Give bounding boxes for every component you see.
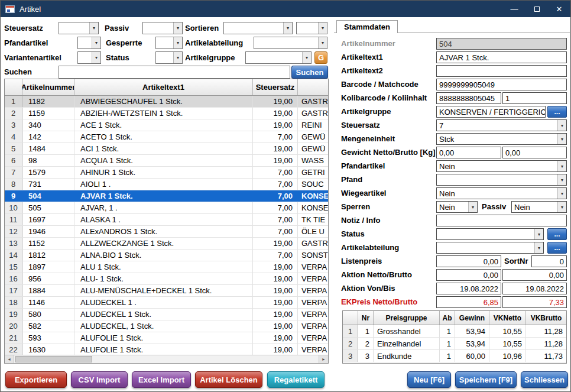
table-row[interactable]: 51484ACI 1 Stck.19,00GEWÜ (5, 143, 328, 155)
cell-artikelnummer: 505 (22, 202, 74, 213)
artikelgruppe-g-button[interactable]: G (314, 51, 327, 64)
listenpreis-field[interactable]: 0,00 (436, 255, 501, 267)
chevron-down-icon: ▾ (173, 22, 182, 34)
pfandartikel-filter-select[interactable]: ▾ (77, 37, 101, 49)
table-row[interactable]: 71579AHINUR 1 Stck.7,00GETRI (5, 167, 328, 179)
search-input[interactable] (59, 66, 290, 79)
sortieren-filter-select[interactable]: ▾ (223, 22, 293, 34)
variantenartikel-filter-select[interactable]: ▾ (77, 51, 101, 64)
excel-import-button[interactable]: Excel Import (132, 371, 191, 388)
table-row[interactable]: 121946ALExANDROS 1 Stck.7,00ÖLE U (5, 226, 328, 238)
table-row[interactable]: 3340ACE 1 Stck.19,00REINI (5, 119, 328, 131)
table-row[interactable]: 181146ALUDECKEL 1 .19,00VERPA (5, 297, 328, 309)
scroll-right-button[interactable]: ► (319, 355, 328, 363)
price-header-nr: Nr (358, 311, 374, 325)
status-browse-button[interactable]: ... (547, 228, 567, 240)
sortnr-field[interactable]: 0 (531, 255, 567, 267)
table-row[interactable]: 10505AJVAR, 1 .7,00KONSE (5, 202, 328, 214)
table-row[interactable]: 221630ALUFOLIE 1 Stck.19,00VERPA (5, 344, 328, 355)
table-row[interactable]: 141812ALNA.BIO 1 Stck.7,00SONST (5, 250, 328, 261)
header-artikelnummer[interactable]: Artikelnummer (22, 79, 74, 95)
cell-artikelnummer: 582 (22, 320, 74, 332)
scrollbar-thumb[interactable] (15, 356, 92, 362)
sperren-select[interactable]: Nein▾ (436, 201, 478, 213)
artikeltext2-field[interactable] (436, 65, 567, 77)
artikelgruppe-browse-button[interactable]: ... (547, 106, 567, 118)
minimize-button[interactable]: — (503, 1, 525, 17)
search-button[interactable]: Suchen (291, 66, 328, 79)
price-table-row[interactable]: 11Grosshandel153,9410,5511,28 (343, 325, 566, 338)
pfand-select[interactable]: ▾ (436, 174, 567, 186)
koliinhalt-field[interactable]: 1 (502, 92, 567, 104)
table-row[interactable]: 171884ALU-MENÜSCHALE+DECKEL 1 Stck.19,00… (5, 285, 328, 297)
row-number: 18 (5, 297, 22, 308)
artikelgruppe-filter-select[interactable]: ▾ (245, 51, 312, 64)
table-row[interactable]: 111697ALASKA 1 .7,00TK TIE (5, 214, 328, 226)
aktion-von-bis-label: Aktion Von/Bis (341, 283, 395, 294)
table-row[interactable]: 11182ABWIEGESCHAUFEL 1 Stck.19,00GASTR (5, 96, 328, 108)
passiv-filter-select[interactable]: ▾ (142, 22, 183, 34)
table-row[interactable]: 8731AIOLI 1 .7,00SOUC (5, 179, 328, 190)
scrollbar-track[interactable] (14, 355, 319, 363)
table-row[interactable]: 151897ALU 1 Stck.19,00VERPA (5, 261, 328, 273)
gewicht-brutto-field[interactable]: 0,00 (502, 147, 567, 158)
horizontal-scrollbar[interactable]: ◄ ► (5, 355, 328, 363)
header-artikeltext1[interactable]: Artikeltext1 (74, 79, 253, 95)
close-button[interactable]: ✕ (548, 1, 570, 17)
table-row[interactable]: 4142ACETO 1 Stck.7,00GEWÜ (5, 131, 328, 143)
kolibarcode-field[interactable]: 8888888805045 (436, 92, 501, 104)
cell-steuersatz: 7,00 (253, 179, 298, 190)
steuersatz-select[interactable]: 7▾ (436, 119, 567, 131)
gewicht-netto-field[interactable]: 0,00 (436, 147, 501, 158)
aktion-von-field[interactable]: 19.08.2022 (436, 283, 501, 294)
tab-stammdaten[interactable]: Stammdaten (336, 20, 398, 33)
artikeltext1-field[interactable]: AJVAR 1 Stck. (436, 51, 567, 63)
table-row[interactable]: 16956ALU- 1 Stck.19,00VERPA (5, 273, 328, 285)
row-number: 12 (5, 226, 22, 237)
status-select[interactable]: ▾ (436, 228, 544, 240)
table-row[interactable]: 21159ABZIEH-/WETZSTEIN 1 Stck.19,00GASTR (5, 108, 328, 119)
artikelgruppe-field[interactable]: KONSERVEN / FERTIGGERICHTE (436, 106, 546, 118)
article-table-header: Artikelnummer Artikeltext1 Steuersatz (5, 79, 328, 96)
price-table-row[interactable]: 33Endkunde160,0010,9611,73 (343, 350, 566, 362)
status-filter-select[interactable]: ▾ (155, 51, 183, 64)
table-row[interactable]: 21593ALUFOLIE 1 Stck.19,00VERPA (5, 332, 328, 344)
header-steuersatz[interactable]: Steuersatz (253, 79, 298, 95)
status-filter-label: Status (106, 51, 129, 64)
table-row[interactable]: 131152ALLZWECKZANGE 1 Stck.19,00GASTR (5, 238, 328, 250)
maximize-button[interactable] (525, 1, 548, 17)
speichern-button[interactable]: Speichern [F9] (455, 371, 517, 388)
pfandartikel-select[interactable]: Nein▾ (436, 160, 567, 172)
regaletikett-button[interactable]: Regaletikett (267, 371, 325, 388)
wiegeartikel-select[interactable]: Nein▾ (436, 187, 567, 199)
header-artikelgruppe[interactable] (298, 79, 328, 95)
passiv-select[interactable]: Nein▾ (511, 201, 567, 213)
neu-button[interactable]: Neu [F6] (407, 371, 451, 388)
aktion-netto-field[interactable]: 0,00 (436, 269, 501, 281)
gesperrte-filter-select[interactable]: ▾ (155, 37, 183, 49)
artikelabteilung-browse-button[interactable]: ... (547, 242, 567, 254)
sortieren-direction-select[interactable]: ▾ (296, 22, 327, 34)
aktion-bis-field[interactable]: 19.08.2022 (502, 283, 567, 294)
scroll-left-button[interactable]: ◄ (5, 355, 14, 363)
schliessen-button[interactable]: Schliessen (521, 371, 568, 388)
exportieren-button[interactable]: Exportieren (5, 371, 67, 388)
barcode-field[interactable]: 9999999905049 (436, 79, 567, 90)
ekpreis-netto-field[interactable]: 6,85 (436, 296, 501, 308)
ekpreis-brutto-field[interactable]: 7,33 (502, 296, 567, 308)
csv-import-button[interactable]: CSV Import (71, 371, 128, 388)
table-row[interactable]: 9504AJVAR 1 Stck.7,00KONSE (5, 190, 328, 202)
notiz-field[interactable] (436, 215, 567, 226)
steuersatz-filter-select[interactable]: ▾ (59, 22, 99, 34)
aktion-brutto-field[interactable]: 0,00 (502, 269, 567, 281)
table-row[interactable]: 698ACQUA 1 Stck.19,00WASS (5, 155, 328, 167)
artikel-loeschen-button[interactable]: Artikel Löschen (195, 371, 262, 388)
table-row[interactable]: 19580ALUDECKEL 1 Stck.19,00VERPA (5, 309, 328, 320)
price-table-row[interactable]: 22Einzelhandel153,9410,5511,28 (343, 338, 566, 350)
mengeneinheit-select[interactable]: Stck▾ (436, 133, 567, 145)
artikelabteilung-select[interactable]: ▾ (436, 242, 544, 254)
artikelabteilung-filter-select[interactable]: ▾ (254, 37, 327, 49)
cell-artikeltext1: ALU- 1 Stck. (74, 273, 253, 284)
table-row[interactable]: 20582ALUDECKEL, 1 Stck.19,00VERPA (5, 320, 328, 332)
price-table-body: 11Grosshandel153,9410,5511,2822Einzelhan… (343, 325, 566, 362)
